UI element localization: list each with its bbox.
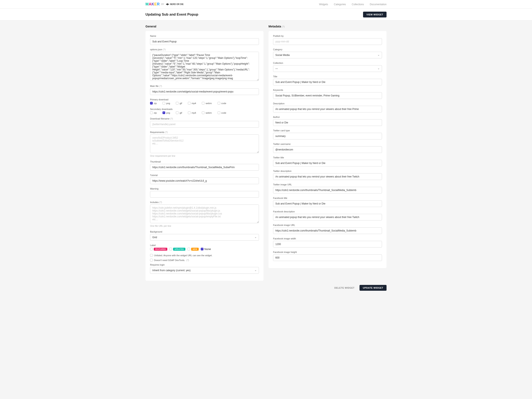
requirements-label: Requirements (?) bbox=[150, 131, 259, 133]
label-featured-radio[interactable] bbox=[150, 248, 153, 250]
options-label: options.json (?) bbox=[150, 48, 259, 51]
mtitle-input[interactable] bbox=[273, 79, 382, 85]
secondary-zip-checkbox[interactable] bbox=[150, 111, 153, 114]
twcard-input[interactable] bbox=[273, 133, 382, 139]
author-input[interactable] bbox=[273, 119, 382, 126]
publish-input[interactable] bbox=[273, 38, 382, 45]
twcard-label: Twitter card type bbox=[273, 129, 382, 132]
requires-login-select[interactable]: Inherit from category (current: yes) bbox=[150, 267, 259, 274]
secondary-png-checkbox[interactable] bbox=[163, 111, 165, 114]
metadata-title: Metadata (?) bbox=[268, 25, 386, 28]
requires-login-label: Requires login bbox=[150, 264, 259, 266]
tutorial-label: Tutorial bbox=[150, 174, 259, 177]
keywords-input[interactable] bbox=[273, 92, 382, 99]
update-widget-button[interactable]: UPDATE WIDGET bbox=[360, 285, 386, 291]
author-label: Author bbox=[273, 116, 382, 118]
options-textarea[interactable]: {"pauseDuration":{"type":"slider","label… bbox=[150, 52, 259, 81]
label-label: Label bbox=[150, 244, 259, 247]
publish-label: Publish by bbox=[273, 35, 382, 37]
twimg-label: Twitter image URL bbox=[273, 183, 382, 186]
fbw-label: Facebook image width bbox=[273, 237, 382, 240]
updated-badge: UPDATED bbox=[173, 248, 185, 251]
thumbnail-input[interactable] bbox=[150, 164, 259, 171]
fbtitle-label: Facebook title bbox=[273, 197, 382, 199]
unlisted-text: Unlisted. Anyone with the widget URL can… bbox=[154, 254, 212, 257]
includes-hint: One file URL per line bbox=[150, 225, 259, 227]
nav-widgets[interactable]: Widgets bbox=[319, 3, 328, 6]
fbimg-label: Facebook image URL bbox=[273, 224, 382, 226]
background-select[interactable]: Grid bbox=[150, 234, 259, 241]
description-label: Description bbox=[273, 102, 382, 105]
label-updated-radio[interactable] bbox=[169, 248, 172, 250]
label-new-radio[interactable] bbox=[187, 248, 190, 250]
mainfile-label: Main file (?) bbox=[150, 85, 259, 87]
primary-download-label: Primary download bbox=[150, 98, 259, 101]
fbw-input[interactable] bbox=[273, 241, 382, 247]
help-icon[interactable]: (?) bbox=[282, 25, 285, 28]
label-none-radio[interactable] bbox=[201, 248, 203, 250]
secondary-webm-checkbox[interactable] bbox=[202, 111, 204, 114]
subheader: Updating Sub and Event Popup VIEW WIDGET bbox=[0, 9, 532, 21]
view-widget-button[interactable]: VIEW WIDGET bbox=[363, 12, 386, 18]
includes-textarea[interactable] bbox=[150, 204, 259, 223]
twuser-label: Twitter username bbox=[273, 143, 382, 145]
general-title: General bbox=[146, 25, 264, 28]
help-icon[interactable]: (?) bbox=[170, 117, 173, 120]
secondary-mp4-checkbox[interactable] bbox=[188, 111, 190, 114]
logo[interactable]: MAKER BY NERD OR DIE bbox=[146, 2, 184, 6]
topbar: MAKER BY NERD OR DIE Widgets Categories … bbox=[0, 0, 532, 9]
general-column: General Name options.json (?) {"pauseDur… bbox=[146, 25, 264, 281]
fbdesc-input[interactable] bbox=[273, 214, 382, 221]
unlisted-checkbox[interactable] bbox=[150, 254, 153, 257]
tutorial-input[interactable] bbox=[150, 177, 259, 184]
logo-maker: MAKER bbox=[146, 2, 160, 6]
help-icon[interactable]: (?) bbox=[186, 259, 189, 261]
secondary-downloads-label: Secondary downloads bbox=[150, 108, 259, 110]
delete-widget-button[interactable]: DELETE WIDGET bbox=[331, 285, 358, 291]
footer-actions: DELETE WIDGET UPDATE WIDGET bbox=[141, 285, 391, 297]
primary-code-checkbox[interactable] bbox=[218, 102, 220, 105]
page-title: Updating Sub and Event Popup bbox=[146, 13, 198, 17]
collection-select[interactable]: — bbox=[273, 65, 382, 72]
warning-input[interactable] bbox=[150, 191, 259, 198]
gsap-checkbox[interactable] bbox=[150, 259, 153, 261]
twdesc-input[interactable] bbox=[273, 173, 382, 180]
mainfile-input[interactable] bbox=[150, 88, 259, 95]
twuser-input[interactable] bbox=[273, 146, 382, 153]
secondary-gif-checkbox[interactable] bbox=[176, 111, 178, 114]
twtitle-input[interactable] bbox=[273, 160, 382, 166]
fbdesc-label: Facebook description bbox=[273, 210, 382, 213]
nav-documentation[interactable]: Documentation bbox=[370, 3, 386, 6]
primary-webm-checkbox[interactable] bbox=[202, 102, 204, 105]
none-label: None bbox=[204, 247, 211, 251]
gsap-text: Doesn't need GSAP DevTools. bbox=[154, 259, 185, 261]
download-filename-label: Download filename (?) bbox=[150, 117, 259, 120]
requirements-hint: One requirement per line bbox=[150, 155, 259, 157]
logo-by: BY bbox=[161, 3, 164, 5]
new-badge: NEW bbox=[191, 248, 199, 251]
help-icon[interactable]: (?) bbox=[159, 201, 162, 203]
collection-label: Collection bbox=[273, 62, 382, 64]
twtitle-label: Twitter title bbox=[273, 156, 382, 159]
description-input[interactable] bbox=[273, 106, 382, 112]
nav-categories[interactable]: Categories bbox=[334, 3, 346, 6]
requirements-textarea[interactable] bbox=[150, 134, 259, 153]
logo-nerdordie: NERD OR DIE bbox=[166, 3, 184, 5]
help-icon[interactable]: (?) bbox=[165, 131, 168, 133]
primary-mp4-checkbox[interactable] bbox=[188, 102, 190, 105]
help-icon[interactable]: (?) bbox=[159, 85, 162, 87]
fbimg-input[interactable] bbox=[273, 227, 382, 234]
background-label: Background bbox=[150, 230, 259, 233]
primary-png-checkbox[interactable] bbox=[163, 102, 165, 105]
download-filename-input[interactable] bbox=[150, 121, 259, 128]
secondary-code-checkbox[interactable] bbox=[218, 111, 220, 114]
fbh-input[interactable] bbox=[273, 254, 382, 261]
primary-zip-checkbox[interactable] bbox=[150, 102, 153, 105]
fbtitle-input[interactable] bbox=[273, 200, 382, 207]
primary-gif-checkbox[interactable] bbox=[176, 102, 178, 105]
name-input[interactable] bbox=[150, 38, 259, 45]
twimg-input[interactable] bbox=[273, 187, 382, 193]
help-icon[interactable]: (?) bbox=[163, 48, 166, 51]
nav-collections[interactable]: Collections bbox=[352, 3, 364, 6]
category-select[interactable]: Social Media bbox=[273, 52, 382, 58]
